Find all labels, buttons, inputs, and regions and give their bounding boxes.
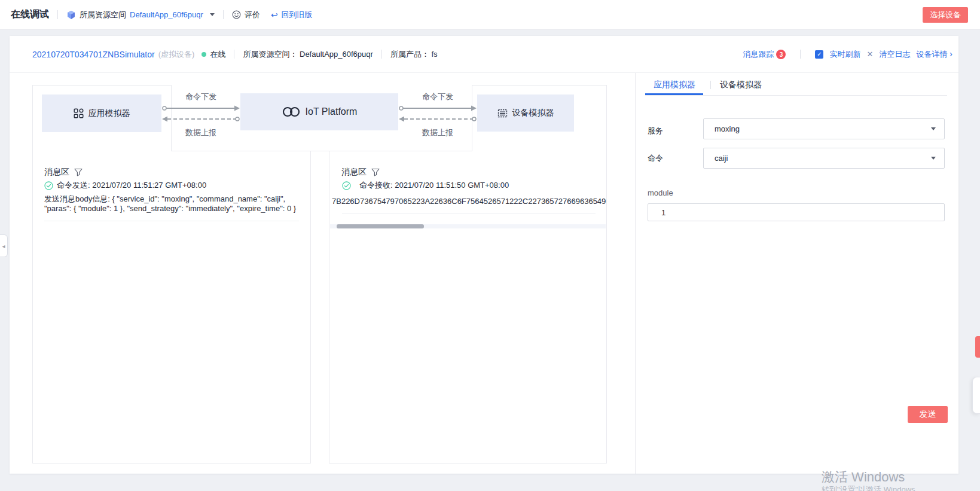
data-up-label: 数据上报 xyxy=(161,127,240,138)
windows-watermark-line1: 激活 Windows xyxy=(822,468,905,486)
module-input[interactable] xyxy=(648,203,945,221)
status-text: 在线 xyxy=(210,50,225,59)
content-panel: 20210720T034701ZNBSimulator (虚拟设备) 在线 所属… xyxy=(10,36,958,474)
page-title: 在线调试 xyxy=(11,8,49,21)
info-resource-space: 所属资源空间： DefaultApp_60f6puqr xyxy=(243,49,373,60)
service-select[interactable]: moxing xyxy=(703,118,945,139)
app-message-area-header: 消息区 xyxy=(44,167,83,178)
command-select[interactable]: caiji xyxy=(703,148,945,169)
return-arrow-icon: ↩ xyxy=(271,10,278,20)
app-log-body-line2: "paras": { "module": 1 }, "send_strategy… xyxy=(44,204,296,213)
app-log-event: 命令发送: 2021/07/20 11:51:27 GMT+08:00 xyxy=(57,180,206,191)
device-name-suffix: (虚拟设备) xyxy=(158,49,195,60)
panel-collapse-handle[interactable]: ◂ xyxy=(0,234,8,257)
device-log-entry-header: 命令接收: 2021/07/20 11:51:50 GMT+08:00 xyxy=(342,180,509,191)
device-details-label: 设备详情 xyxy=(916,50,947,59)
clear-logs-link[interactable]: 清空日志 xyxy=(879,49,910,60)
filter-funnel-icon[interactable] xyxy=(371,168,380,176)
app-simulator-label: 应用模拟器 xyxy=(88,108,130,119)
chevron-down-icon xyxy=(931,157,936,160)
back-to-old-link[interactable]: ↩ 回到旧版 xyxy=(271,10,313,20)
command-down-arrow xyxy=(161,105,240,112)
app-simulator-box: 应用模拟器 xyxy=(42,94,161,132)
edge-widget[interactable] xyxy=(972,377,980,414)
iot-platform-logo-icon xyxy=(282,106,301,118)
chevron-down-icon xyxy=(931,127,936,130)
platform-device-arrows: 命令下发 数据上报 xyxy=(398,92,477,138)
command-label: 命令 xyxy=(648,153,663,164)
edge-feedback-tab[interactable] xyxy=(975,336,980,358)
success-check-icon xyxy=(342,181,351,190)
command-down-label: 命令下发 xyxy=(398,92,477,102)
data-up-arrow xyxy=(398,115,477,123)
info-product-value: fs xyxy=(432,50,438,59)
data-up-label: 数据上报 xyxy=(398,127,477,138)
online-status-dot xyxy=(202,52,206,57)
device-info-bar: 20210720T034701ZNBSimulator (虚拟设备) 在线 所属… xyxy=(10,36,958,73)
device-simulator-box: 设备模拟器 xyxy=(477,94,574,132)
realtime-refresh-checkbox[interactable]: ✓ xyxy=(815,50,823,59)
service-select-value: moxing xyxy=(715,124,928,133)
realtime-refresh-label: 实时刷新 xyxy=(829,49,860,60)
message-trace-link[interactable]: 消息跟踪3 xyxy=(743,49,786,60)
tab-device-simulator[interactable]: 设备模拟器 xyxy=(720,80,762,90)
divider xyxy=(381,50,382,59)
select-device-button[interactable]: 选择设备 xyxy=(923,7,968,23)
module-label: module xyxy=(648,188,673,197)
resource-space-breadcrumb: 所属资源空间 DefaultApp_60f6puqr xyxy=(66,10,215,20)
info-resource-space-label: 所属资源空间： xyxy=(243,50,297,59)
resource-space-label: 所属资源空间 xyxy=(80,10,126,20)
send-button[interactable]: 发送 xyxy=(908,406,948,423)
windows-watermark-line2: 转到"设置"以激活 Windows xyxy=(822,484,915,491)
success-check-icon xyxy=(44,181,53,190)
device-log-event: 命令接收: 2021/07/20 11:51:50 GMT+08:00 xyxy=(359,180,509,191)
status-badge: 在线 xyxy=(202,49,225,60)
scrollbar-thumb[interactable] xyxy=(337,224,424,228)
device-details-link[interactable]: 设备详情 › xyxy=(916,48,952,60)
command-down-label: 命令下发 xyxy=(161,92,240,102)
tab-rule xyxy=(645,95,947,96)
device-log-payload: 7B226D736754797065223A22636C6F7564526571… xyxy=(332,197,607,206)
service-label: 服务 xyxy=(648,126,663,136)
tab-app-simulator[interactable]: 应用模拟器 xyxy=(654,80,695,90)
iot-platform-label: IoT Platform xyxy=(306,106,358,117)
log-separator xyxy=(342,214,596,214)
filter-funnel-icon[interactable] xyxy=(74,168,83,176)
device-list-icon xyxy=(497,108,508,118)
data-up-arrow xyxy=(161,115,240,123)
chevron-right-icon: › xyxy=(950,48,952,59)
info-resource-space-value: DefaultApp_60f6puqr xyxy=(300,50,373,59)
device-message-area-header: 消息区 xyxy=(341,167,380,178)
log-separator xyxy=(44,221,299,221)
chevron-down-icon[interactable] xyxy=(210,13,215,16)
divider xyxy=(800,50,801,59)
tab-divider xyxy=(710,81,711,89)
resource-space-value[interactable]: DefaultApp_60f6puqr xyxy=(130,10,203,19)
message-trace-label: 消息跟踪 xyxy=(743,50,774,59)
command-down-arrow xyxy=(398,105,477,112)
rate-label: 评价 xyxy=(245,10,260,20)
iot-platform-box: IoT Platform xyxy=(240,93,398,130)
app-log-entry-header: 命令发送: 2021/07/20 11:51:27 GMT+08:00 xyxy=(44,180,206,191)
message-area-title: 消息区 xyxy=(44,167,69,178)
divider xyxy=(234,50,234,59)
message-trace-count-badge: 3 xyxy=(776,50,786,59)
rate-button[interactable]: 评价 xyxy=(232,10,260,20)
back-to-old-label: 回到旧版 xyxy=(282,10,313,20)
device-name[interactable]: 20210720T034701ZNBSimulator xyxy=(32,50,155,59)
top-nav: 在线调试 所属资源空间 DefaultApp_60f6puqr 评价 ↩ 回到旧… xyxy=(0,0,980,30)
device-simulator-label: 设备模拟器 xyxy=(512,108,554,118)
command-select-value: caiji xyxy=(715,154,928,163)
smiley-icon xyxy=(232,10,241,19)
app-platform-arrows: 命令下发 数据上报 xyxy=(161,92,240,138)
info-product: 所属产品： fs xyxy=(390,49,438,60)
simulator-panel: 应用模拟器 设备模拟器 服务 moxing 命令 caiji module 发送 xyxy=(635,73,958,474)
clear-icon[interactable]: ✕ xyxy=(866,50,873,59)
divider xyxy=(223,10,224,19)
horizontal-scrollbar[interactable] xyxy=(330,224,606,228)
info-product-label: 所属产品： xyxy=(390,50,429,59)
app-log-body-line1: 发送消息body信息: { "service_id": "moxing", "c… xyxy=(44,194,285,205)
divider xyxy=(57,10,58,19)
cube-icon xyxy=(66,10,76,20)
app-grid-icon xyxy=(74,108,84,118)
